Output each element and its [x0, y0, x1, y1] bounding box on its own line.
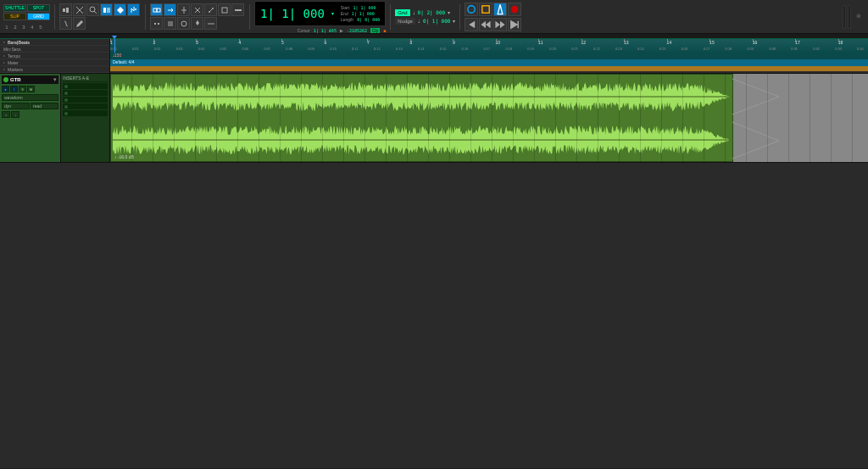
track-name[interactable]: GTR	[10, 77, 52, 82]
scrub-tool[interactable]	[59, 17, 72, 30]
track-solo[interactable]: S	[19, 86, 26, 92]
insert-slot-d[interactable]	[63, 103, 108, 109]
transport-countoff[interactable]	[479, 3, 492, 16]
meter-marker[interactable]: Default: 4/4	[113, 59, 135, 64]
markers-ruler[interactable]	[110, 66, 868, 71]
mirrored-tool[interactable]	[191, 3, 203, 16]
waveform-right	[113, 122, 731, 158]
transport-online[interactable]	[465, 3, 478, 16]
select-tool[interactable]	[86, 3, 99, 16]
insertion-tool[interactable]	[177, 3, 190, 16]
svg-point-7	[135, 8, 136, 10]
track-timebase-icon[interactable]: ↓	[11, 111, 19, 118]
view-preset-4[interactable]: 4	[29, 25, 36, 30]
misc-tool-2[interactable]	[164, 17, 176, 30]
track-auto-mode[interactable]: dyn	[2, 103, 30, 109]
track-elastic-icon[interactable]: ♪	[2, 111, 10, 118]
meter-ruler[interactable]: Default: 4/4	[110, 59, 868, 66]
trim-tool[interactable]	[73, 3, 86, 16]
selection-counters: Start1| 1| 000 End1| 1| 000 Length0| 0| …	[341, 5, 380, 22]
insert-slot-a[interactable]	[63, 83, 108, 89]
transport-record[interactable]	[508, 3, 521, 16]
ruler-min-secs[interactable]: Min:Secs	[0, 46, 109, 53]
meter-right	[848, 5, 851, 29]
sel-length-value[interactable]: 0| 0| 000	[357, 17, 380, 22]
transport-metronome[interactable]	[493, 3, 507, 16]
track-auto-read[interactable]: read	[31, 103, 58, 109]
tempo-ruler[interactable]: ♩150	[110, 53, 868, 59]
waveform-area[interactable]: ↕ -16.0 dB	[110, 74, 868, 162]
svg-rect-26	[482, 5, 489, 12]
track-title-row[interactable]: GTR ▾	[2, 75, 58, 84]
ruler-tracks[interactable]: 1234567891011121314151617180:000:010:020…	[110, 39, 868, 73]
cursor-samples: -2185262	[347, 28, 367, 33]
svg-rect-19	[158, 23, 159, 25]
misc-tool-3[interactable]	[177, 17, 190, 30]
track-view-select[interactable]: waveform	[2, 94, 58, 101]
view-preset-1[interactable]: 1	[3, 25, 10, 30]
insert-slot-b[interactable]	[63, 90, 108, 96]
smart-tool-2[interactable]	[114, 3, 126, 16]
sel-start-label: Start	[341, 5, 350, 10]
rewind-start[interactable]	[465, 18, 478, 31]
toolbar-close-icon[interactable]: ⊗	[856, 13, 865, 21]
misc-tool-1[interactable]	[150, 17, 163, 30]
mode-slip[interactable]: SLIP	[3, 13, 26, 20]
automation-tool[interactable]	[204, 3, 217, 16]
insert-slot-c[interactable]	[63, 97, 108, 103]
track-rec-enable[interactable]: ●	[2, 86, 9, 92]
nudge-value[interactable]: 0| 1| 000	[423, 18, 451, 24]
ruler-labels: ▸Bars|Beats Min:Secs ▸Tempo ▸Meter ▸Mark…	[0, 39, 110, 73]
nudge-dropdown-icon[interactable]: ▾	[453, 18, 455, 24]
view-preset-5[interactable]: 5	[37, 25, 44, 30]
tab-tool[interactable]	[164, 3, 176, 16]
tool-group-2	[150, 3, 245, 30]
rewind[interactable]	[479, 18, 492, 31]
view-preset-3[interactable]: 3	[20, 25, 27, 30]
sel-end-value[interactable]: 1| 1| 000	[352, 11, 375, 16]
forward-end[interactable]	[508, 18, 521, 31]
view-preset-2[interactable]: 2	[12, 25, 19, 30]
svg-line-32	[732, 122, 779, 141]
ruler-bars-beats[interactable]: ▸Bars|Beats	[0, 39, 109, 46]
mode-grid[interactable]: GRID	[27, 13, 50, 20]
track-dropdown-icon[interactable]: ▾	[53, 76, 57, 83]
misc-tool-5[interactable]	[204, 17, 217, 30]
svg-point-27	[511, 5, 518, 12]
svg-rect-4	[103, 8, 106, 13]
grid-label[interactable]: Grid	[395, 9, 409, 16]
track-mute[interactable]: M	[27, 86, 35, 92]
counter-dropdown-icon[interactable]: ▾	[331, 10, 334, 16]
empty-track-area[interactable]	[0, 163, 868, 468]
pencil-tool[interactable]	[73, 17, 86, 30]
layered-tool[interactable]	[231, 3, 244, 16]
forward[interactable]	[493, 18, 507, 31]
ruler-markers[interactable]: ▸Markers	[0, 66, 109, 73]
tempo-marker[interactable]: ♩150	[113, 53, 121, 58]
view-preset-row: 1 2 3 4 5	[3, 25, 50, 30]
svg-line-31	[732, 97, 779, 114]
playhead[interactable]	[114, 39, 115, 53]
nudge-note-icon: ♩	[418, 18, 420, 24]
smart-tool-3[interactable]	[127, 3, 140, 16]
insert-slot-e[interactable]	[63, 110, 108, 116]
link-tool[interactable]	[150, 3, 163, 16]
grid-value[interactable]: 0| 2| 000	[418, 9, 446, 15]
sel-start-value[interactable]: 1| 1| 000	[353, 5, 376, 10]
nudge-label[interactable]: Nudge	[395, 18, 415, 25]
grid-note-icon: ♩	[413, 9, 415, 15]
ruler-timeline[interactable]: 1234567891011121314151617180:000:010:020…	[110, 39, 868, 53]
smart-tool-1[interactable]	[100, 3, 113, 16]
misc-tool-4[interactable]	[191, 17, 203, 30]
counter-display[interactable]: 1| 1| 000	[260, 7, 325, 20]
clip-gain-tool[interactable]	[218, 3, 231, 16]
zoom-tool[interactable]	[59, 3, 72, 16]
mode-spot[interactable]: SPOT	[27, 4, 50, 12]
ruler-tempo[interactable]: ▸Tempo	[0, 53, 109, 59]
track-color-icon[interactable]	[3, 77, 8, 82]
mode-shuttle[interactable]: SHUTTLE	[3, 4, 26, 12]
clip-fade-out[interactable]	[732, 75, 779, 161]
track-input[interactable]: I	[10, 86, 18, 92]
grid-dropdown-icon[interactable]: ▾	[448, 9, 450, 15]
ruler-meter[interactable]: ▸Meter	[0, 59, 109, 66]
